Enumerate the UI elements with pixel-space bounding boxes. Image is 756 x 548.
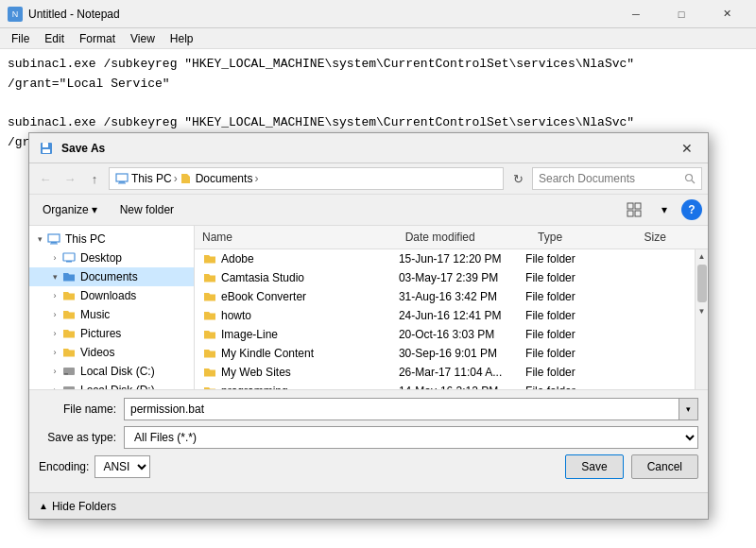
scroll-down-arrow[interactable]: ▼ xyxy=(696,304,709,317)
folder-icon xyxy=(202,289,217,304)
dialog-title-text: Save As xyxy=(61,142,676,155)
tree-item-desktop[interactable]: › Desktop xyxy=(29,248,194,267)
file-date: 30-Sep-16 9:01 PM xyxy=(399,347,525,360)
minimize-button[interactable]: ─ xyxy=(614,0,658,28)
filename-input[interactable] xyxy=(124,398,679,420)
save-button[interactable]: Save xyxy=(565,454,623,479)
tree-item-documents[interactable]: ▾ Documents xyxy=(29,267,194,286)
local-c-icon xyxy=(61,364,77,379)
file-row[interactable]: eBook Converter 31-Aug-16 3:42 PM File f… xyxy=(195,287,695,306)
file-name: howto xyxy=(221,309,399,322)
svg-line-7 xyxy=(692,180,695,183)
menu-format[interactable]: Format xyxy=(72,30,123,47)
file-scroll-area[interactable]: Adobe 15-Jun-17 12:20 PM File folder Cam… xyxy=(195,249,695,389)
file-date: 20-Oct-16 3:03 PM xyxy=(399,328,525,341)
folder-icon xyxy=(202,251,217,266)
svg-rect-1 xyxy=(43,143,48,147)
hide-folders-button[interactable]: ▲ Hide Folders xyxy=(39,500,116,513)
vertical-scrollbar[interactable]: ▲ ▼ xyxy=(695,249,708,389)
file-row[interactable]: howto 24-Jun-16 12:41 PM File folder xyxy=(195,306,695,325)
file-list-panel: Name Date modified Type Size Adobe 15-Ju… xyxy=(195,226,708,389)
file-row[interactable]: Image-Line 20-Oct-16 3:03 PM File folder xyxy=(195,325,695,344)
file-type: File folder xyxy=(525,366,627,379)
file-date: 24-Jun-16 12:41 PM xyxy=(399,309,525,322)
tree-item-this-pc[interactable]: ▾ This PC xyxy=(29,230,194,248)
expand-this-pc[interactable]: ▾ xyxy=(33,232,46,246)
menu-file[interactable]: File xyxy=(4,30,37,47)
file-list-scroll: Adobe 15-Jun-17 12:20 PM File folder Cam… xyxy=(195,249,708,389)
svg-rect-14 xyxy=(50,244,58,245)
file-type: File folder xyxy=(525,271,627,284)
file-type: File folder xyxy=(525,328,627,341)
menu-help[interactable]: Help xyxy=(163,30,201,47)
dialog-close-button[interactable]: ✕ xyxy=(676,137,698,160)
tree-item-music[interactable]: › Music xyxy=(29,305,194,324)
organize-button[interactable]: Organize ▾ xyxy=(35,200,105,219)
file-row[interactable]: Adobe 15-Jun-17 12:20 PM File folder xyxy=(195,249,695,268)
local-d-icon xyxy=(61,383,77,389)
search-box[interactable] xyxy=(532,167,702,190)
tree-item-local-c[interactable]: › Local Disk (C:) xyxy=(29,362,194,381)
videos-icon xyxy=(61,345,77,360)
notepad-icon: N xyxy=(8,7,23,22)
save-as-dialog: Save As ✕ ← → ↑ This PC › Documents xyxy=(28,132,709,520)
tree-item-local-d[interactable]: › Local Disk (D:) xyxy=(29,381,194,389)
file-list: Adobe 15-Jun-17 12:20 PM File folder Cam… xyxy=(195,249,695,389)
file-row[interactable]: My Kindle Content 30-Sep-16 9:01 PM File… xyxy=(195,344,695,363)
tree-label-this-pc: This PC xyxy=(65,232,106,246)
title-bar-buttons: ─ □ ✕ xyxy=(614,0,748,28)
file-row[interactable]: programming 14-May-16 3:12 PM File folde… xyxy=(195,382,695,389)
filetype-select[interactable]: All Files (*.*) xyxy=(124,426,698,449)
col-header-date[interactable]: Date modified xyxy=(398,229,530,246)
folder-icon xyxy=(202,327,217,342)
file-type: File folder xyxy=(525,290,627,303)
cancel-button[interactable]: Cancel xyxy=(631,454,698,479)
file-name: Image-Line xyxy=(221,328,399,341)
expand-downloads[interactable]: › xyxy=(48,289,61,302)
view-dropdown-button[interactable]: ▾ xyxy=(651,198,678,221)
expand-desktop[interactable]: › xyxy=(48,251,61,265)
tree-item-downloads[interactable]: › Downloads xyxy=(29,286,194,305)
toolbar: Organize ▾ New folder ▾ ? xyxy=(29,195,708,226)
col-header-name[interactable]: Name xyxy=(195,229,398,246)
up-button[interactable]: ↑ xyxy=(84,168,105,189)
tree-item-videos[interactable]: › Videos xyxy=(29,343,194,362)
expand-pictures[interactable]: › xyxy=(48,327,61,340)
scroll-thumb[interactable] xyxy=(697,265,707,302)
file-row[interactable]: Camtasia Studio 03-May-17 2:39 PM File f… xyxy=(195,268,695,287)
address-path[interactable]: This PC › Documents › xyxy=(109,167,504,190)
path-segment-documents: Documents xyxy=(180,172,253,185)
forward-button[interactable]: → xyxy=(60,168,80,189)
filename-label: File name: xyxy=(39,402,124,416)
menu-bar: File Edit Format View Help xyxy=(0,28,756,49)
expand-local-c[interactable]: › xyxy=(48,365,61,378)
view-button[interactable] xyxy=(621,198,647,221)
filename-dropdown-button[interactable]: ▾ xyxy=(679,398,698,420)
menu-edit[interactable]: Edit xyxy=(37,30,72,47)
new-folder-button[interactable]: New folder xyxy=(112,200,181,219)
search-input[interactable] xyxy=(539,172,680,185)
tree-label-desktop: Desktop xyxy=(80,251,122,265)
documents-icon xyxy=(61,269,77,284)
help-button[interactable]: ? xyxy=(681,199,702,220)
scroll-up-arrow[interactable]: ▲ xyxy=(696,249,709,263)
refresh-button[interactable]: ↻ xyxy=(507,168,528,189)
encoding-select[interactable]: ANSI xyxy=(94,455,150,478)
maximize-button[interactable]: □ xyxy=(660,0,703,28)
back-button[interactable]: ← xyxy=(35,168,56,189)
tree-label-downloads: Downloads xyxy=(80,289,136,302)
hide-folders-bar: ▲ Hide Folders xyxy=(29,492,708,519)
file-row[interactable]: My Web Sites 26-Mar-17 11:04 A... File f… xyxy=(195,363,695,382)
col-header-type[interactable]: Type xyxy=(530,229,637,246)
col-header-size[interactable]: Size xyxy=(637,229,708,246)
close-button[interactable]: ✕ xyxy=(705,0,748,28)
menu-view[interactable]: View xyxy=(123,30,163,47)
expand-music[interactable]: › xyxy=(48,308,61,321)
svg-rect-18 xyxy=(64,373,68,375)
tree-item-pictures[interactable]: › Pictures xyxy=(29,324,194,343)
expand-documents[interactable]: ▾ xyxy=(48,270,61,283)
expand-videos[interactable]: › xyxy=(48,346,61,359)
file-type: File folder xyxy=(525,347,627,360)
svg-rect-12 xyxy=(48,234,60,242)
title-bar: N Untitled - Notepad ─ □ ✕ xyxy=(0,0,756,28)
